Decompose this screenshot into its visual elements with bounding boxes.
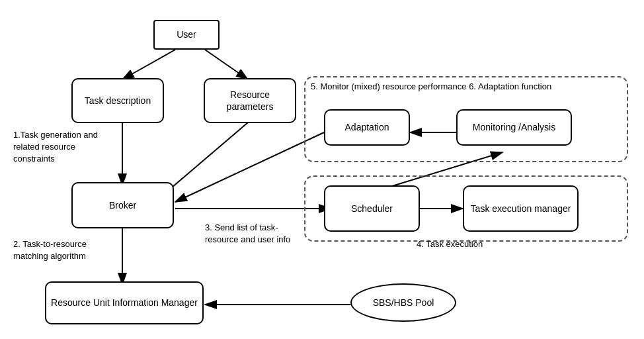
scheduler-label: Scheduler <box>351 203 393 215</box>
user-label: User <box>177 28 196 40</box>
broker-label: Broker <box>109 199 136 211</box>
adaptation-label: Adaptation <box>345 121 389 133</box>
svg-line-8 <box>175 132 324 202</box>
broker-box: Broker <box>71 182 174 228</box>
task-description-label: Task description <box>85 95 151 107</box>
monitoring-analysis-label: Monitoring /Analysis <box>473 121 555 133</box>
label3: 3. Send list of task-resource and user i… <box>205 222 307 246</box>
sbs-hbs-pool-label: SBS/HBS Pool <box>373 297 434 309</box>
resource-parameters-box: Resource parameters <box>204 78 296 123</box>
diagram: User Task description Resource parameter… <box>0 0 644 339</box>
label2: 2. Task-to-resource matching algorithm <box>13 238 119 262</box>
label1: 1.Task generation and related resource c… <box>13 129 119 166</box>
monitoring-analysis-box: Monitoring /Analysis <box>456 109 572 146</box>
task-execution-manager-box: Task execution manager <box>463 185 579 232</box>
user-box: User <box>153 20 220 50</box>
sbs-hbs-pool-box: SBS/HBS Pool <box>350 283 456 322</box>
label5: 5. Monitor (mixed) resource performance … <box>311 81 615 93</box>
task-description-box: Task description <box>71 78 164 123</box>
svg-line-3 <box>205 50 248 79</box>
task-execution-manager-label: Task execution manager <box>471 203 571 215</box>
label4: 4. Task execution <box>417 238 522 250</box>
adaptation-box: Adaptation <box>324 109 410 146</box>
resource-unit-label: Resource Unit Information Manager <box>51 297 198 309</box>
svg-line-2 <box>122 50 175 79</box>
resource-unit-box: Resource Unit Information Manager <box>45 281 204 324</box>
scheduler-box: Scheduler <box>324 185 420 232</box>
resource-parameters-label: Resource parameters <box>209 89 291 113</box>
